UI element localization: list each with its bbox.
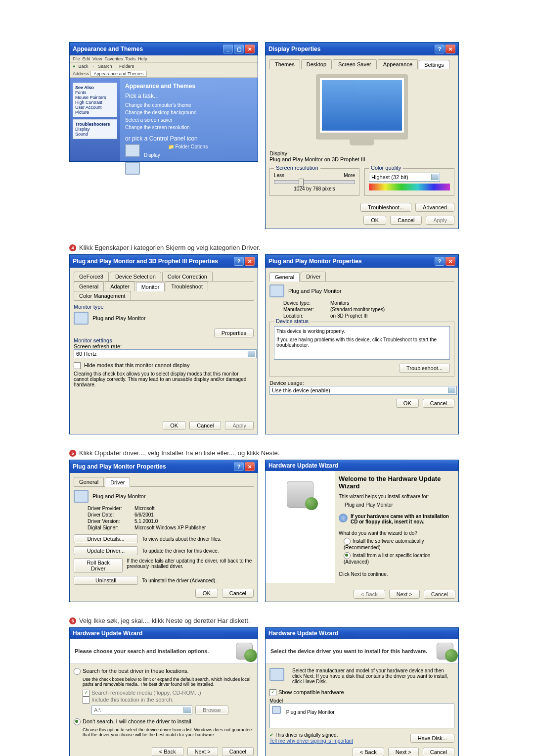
help-icon[interactable]: ?: [234, 257, 244, 266]
task-resolution[interactable]: Change the screen resolution: [125, 125, 253, 130]
model-list[interactable]: Plug and Play Monitor: [269, 704, 454, 728]
menu-bar[interactable]: File Edit View Favorites Tools Help: [70, 55, 258, 63]
chk-show-compatible[interactable]: [269, 689, 276, 696]
wizard-device-icon: [287, 481, 313, 508]
help-icon[interactable]: ?: [435, 257, 445, 266]
cancel-button[interactable]: Cancel: [222, 589, 254, 598]
cancel-button[interactable]: Cancel: [390, 216, 422, 225]
browse-button[interactable]: Browse: [195, 706, 228, 714]
instruction-4: 4 Klikk Egenskaper i kategorien Skjerm o…: [69, 244, 465, 251]
radio-search-locations[interactable]: [74, 668, 81, 675]
color-bar: [369, 184, 450, 190]
cancel-button[interactable]: Cancel: [423, 399, 454, 408]
properties-button[interactable]: Properties: [214, 329, 254, 337]
next-button[interactable]: Next >: [187, 747, 218, 756]
tab-color-mgmt[interactable]: Color Management: [74, 291, 131, 300]
tab-desktop[interactable]: Desktop: [301, 59, 332, 69]
tab-adapter[interactable]: Adapter: [105, 282, 135, 291]
tab-driver[interactable]: Driver: [301, 272, 326, 281]
sidebar-seealso: See Also: [75, 85, 115, 90]
maximize-icon[interactable]: ▢: [234, 45, 244, 53]
cancel-button[interactable]: Cancel: [424, 590, 455, 599]
driver-details-button[interactable]: Driver Details...: [74, 534, 138, 543]
tab-screensaver[interactable]: Screen Saver: [333, 59, 377, 69]
tab-general[interactable]: General: [74, 477, 104, 486]
tab-monitor[interactable]: Monitor: [136, 282, 165, 291]
color-quality-select[interactable]: Highest (32 bit): [369, 173, 440, 182]
tab-troubleshoot[interactable]: Troubleshoot: [166, 282, 208, 291]
radio-auto[interactable]: [344, 538, 351, 545]
close-icon[interactable]: ✕: [245, 45, 255, 53]
update-driver-button[interactable]: Update Driver...: [74, 546, 138, 555]
bullet-6-icon: 6: [69, 617, 76, 624]
troubleshoot-button[interactable]: Troubleshoot...: [360, 203, 411, 212]
ok-button[interactable]: OK: [363, 216, 386, 225]
ok-button[interactable]: OK: [163, 421, 185, 430]
wizard-header: Select the device driver you want to ins…: [270, 648, 427, 654]
hide-modes-checkbox[interactable]: [74, 362, 81, 369]
help-icon[interactable]: ?: [435, 45, 445, 53]
toolbar[interactable]: ●Back · Search Folders: [70, 63, 258, 70]
advanced-button[interactable]: Advanced: [415, 203, 454, 212]
resolution-value: 1024 by 768 pixels: [274, 186, 355, 191]
resolution-slider[interactable]: [274, 180, 355, 184]
minimize-icon[interactable]: _: [223, 45, 233, 53]
back-button[interactable]: < Back: [354, 590, 385, 599]
cpl-icon-display[interactable]: Display: [125, 144, 160, 158]
tab-general[interactable]: General: [269, 272, 300, 282]
cancel-button[interactable]: Cancel: [189, 421, 221, 430]
rollback-driver-button[interactable]: Roll Back Driver: [74, 558, 123, 573]
tab-device-selection[interactable]: Device Selection: [110, 272, 161, 281]
wizard-sidebar: [266, 471, 335, 583]
cancel-button[interactable]: Cancel: [222, 747, 254, 756]
cpl-icon-folder-options[interactable]: 📁 Folder Options: [168, 144, 208, 158]
apply-button[interactable]: Apply: [225, 421, 254, 430]
tabs[interactable]: Themes Desktop Screen Saver Appearance S…: [269, 59, 454, 69]
chk-removable-media[interactable]: [83, 690, 89, 697]
device-usage-select[interactable]: Use this device (enable): [269, 386, 457, 395]
uninstall-button[interactable]: Uninstall: [74, 576, 138, 585]
tab-settings[interactable]: Settings: [419, 60, 449, 69]
radio-list-location[interactable]: [344, 552, 351, 559]
next-button[interactable]: Next >: [388, 748, 419, 756]
close-icon[interactable]: ✕: [445, 45, 455, 53]
tab-driver[interactable]: Driver: [105, 477, 130, 487]
back-button[interactable]: < Back: [353, 748, 384, 756]
address-bar[interactable]: Address Appearance and Themes: [70, 70, 258, 78]
task-background[interactable]: Change the desktop background: [125, 110, 253, 115]
cancel-button[interactable]: Cancel: [423, 748, 454, 756]
tab-themes[interactable]: Themes: [269, 59, 300, 69]
close-icon[interactable]: ✕: [245, 462, 255, 471]
display-properties-window: Display Properties ?✕ Themes Desktop Scr…: [265, 42, 459, 229]
close-icon[interactable]: ✕: [245, 257, 255, 266]
tab-general[interactable]: General: [74, 282, 104, 291]
ok-button[interactable]: OK: [396, 399, 419, 408]
radio-dont-search[interactable]: [74, 718, 81, 725]
apply-button[interactable]: Apply: [426, 216, 454, 225]
ok-button[interactable]: OK: [195, 589, 218, 598]
close-icon[interactable]: ✕: [445, 257, 455, 266]
window-title: Hardware Update Wizard: [268, 462, 338, 469]
model-label: Model: [269, 698, 454, 704]
wizard-search-options: Hardware Update Wizard Please choose you…: [69, 627, 258, 756]
pick-task-label: Pick a task...: [125, 93, 253, 99]
task-screensaver[interactable]: Select a screen saver: [125, 117, 253, 123]
device-usage-label: Device usage:: [269, 380, 454, 386]
tab-color-correction[interactable]: Color Correction: [162, 272, 213, 281]
help-icon[interactable]: ?: [234, 462, 244, 471]
signing-info-link[interactable]: Tell me why driver signing is important: [269, 738, 353, 744]
tab-appearance[interactable]: Appearance: [378, 59, 418, 69]
troubleshoot-button[interactable]: Troubleshoot...: [399, 364, 450, 373]
chk-include-location[interactable]: [83, 697, 89, 704]
hide-modes-desc: Clearing this check box allows you to se…: [74, 371, 254, 387]
search-path-input[interactable]: A:\: [91, 706, 192, 714]
refresh-rate-select[interactable]: 60 Hertz: [74, 349, 257, 358]
next-button[interactable]: Next >: [389, 590, 420, 599]
back-button[interactable]: < Back: [152, 747, 183, 756]
display-value: Plug and Play Monitor on 3D Prophet III: [269, 156, 454, 162]
have-disk-button[interactable]: Have Disk...: [410, 734, 454, 743]
tab-geforce3[interactable]: GeForce3: [74, 272, 109, 281]
tip-text: Change the appearance of your desktop, s…: [144, 162, 253, 176]
task-theme[interactable]: Change the computer's theme: [125, 102, 253, 108]
window-title: Hardware Update Wizard: [268, 630, 338, 637]
